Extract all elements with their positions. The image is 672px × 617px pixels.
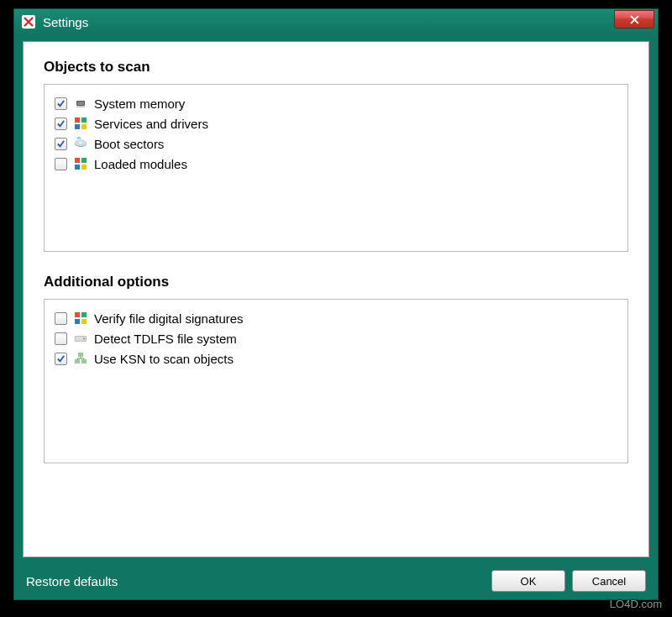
- ok-button[interactable]: OK: [491, 570, 565, 592]
- checkbox-services-drivers[interactable]: [55, 118, 67, 130]
- hdd-icon: [72, 330, 89, 347]
- item-label: Boot sectors: [94, 137, 164, 151]
- checkbox-system-memory[interactable]: [55, 97, 67, 110]
- checkbox-verify-signatures[interactable]: [55, 312, 67, 325]
- cancel-button[interactable]: Cancel: [572, 570, 646, 592]
- close-button[interactable]: [614, 10, 654, 29]
- item-label: Verify file digital signatures: [94, 311, 244, 326]
- svg-rect-15: [81, 312, 87, 317]
- svg-rect-13: [81, 165, 87, 170]
- list-item: Services and drivers: [55, 113, 617, 133]
- objects-list: System memory Services and drivers Boot …: [44, 84, 628, 252]
- item-label: Detect TDLFS file system: [94, 332, 237, 346]
- svg-rect-5: [75, 124, 80, 129]
- svg-rect-21: [75, 359, 80, 363]
- svg-rect-3: [75, 118, 80, 123]
- checkbox-use-ksn[interactable]: [55, 353, 67, 365]
- item-label: Services and drivers: [94, 117, 208, 131]
- svg-rect-14: [75, 312, 80, 317]
- window-title: Settings: [43, 15, 614, 29]
- item-label: Use KSN to scan objects: [94, 352, 234, 366]
- windows-icon: [72, 310, 89, 327]
- section-title-objects: Objects to scan: [44, 59, 628, 76]
- svg-rect-23: [78, 353, 83, 357]
- content-area: Objects to scan System memory Services a…: [23, 41, 649, 557]
- svg-rect-6: [81, 124, 87, 129]
- checkbox-boot-sectors[interactable]: [55, 138, 67, 150]
- close-icon: [630, 15, 639, 24]
- svg-rect-10: [75, 158, 80, 163]
- list-item: System memory: [55, 93, 617, 113]
- list-item: Detect TDLFS file system: [55, 328, 617, 348]
- app-icon: [21, 14, 36, 29]
- windows-icon: [72, 155, 89, 172]
- windows-icon: [72, 115, 89, 132]
- titlebar: Settings: [14, 9, 658, 34]
- svg-rect-4: [81, 118, 87, 123]
- svg-rect-11: [81, 158, 87, 163]
- list-item: Use KSN to scan objects: [55, 348, 617, 369]
- svg-rect-17: [81, 319, 87, 324]
- restore-defaults-link[interactable]: Restore defaults: [26, 574, 485, 588]
- svg-rect-2: [77, 102, 84, 105]
- list-item: Verify file digital signatures: [55, 308, 617, 328]
- item-label: Loaded modules: [94, 157, 187, 171]
- section-title-additional: Additional options: [44, 274, 628, 290]
- network-icon: [72, 350, 89, 367]
- settings-window: Settings Objects to scan System memory S…: [13, 8, 659, 600]
- checkbox-loaded-modules[interactable]: [55, 158, 67, 170]
- item-label: System memory: [94, 97, 185, 111]
- footer: Restore defaults OK Cancel: [14, 562, 658, 599]
- checkbox-detect-tdlfs[interactable]: [55, 332, 67, 345]
- svg-rect-12: [75, 165, 80, 170]
- list-item: Boot sectors: [55, 133, 617, 154]
- disk-icon: [72, 135, 89, 152]
- svg-point-20: [83, 338, 85, 340]
- chip-icon: [72, 95, 89, 112]
- svg-point-9: [79, 142, 82, 144]
- svg-rect-16: [75, 319, 80, 324]
- svg-rect-22: [81, 359, 87, 363]
- list-item: Loaded modules: [55, 154, 617, 174]
- additional-list: Verify file digital signatures Detect TD…: [44, 299, 628, 463]
